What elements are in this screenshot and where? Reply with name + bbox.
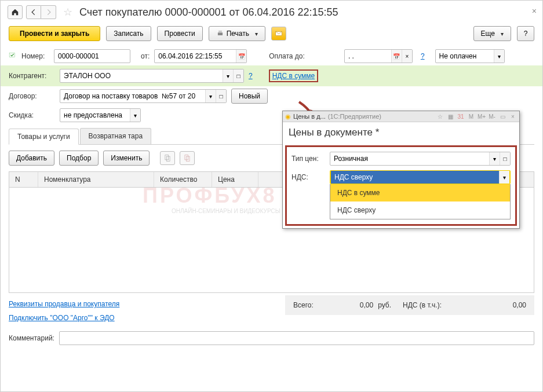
save-button[interactable]: Записать [106,26,151,41]
svg-rect-7 [187,156,190,161]
prices-popup: ◉ Цены в д... (1С:Предприятие) ☆ ▦ 31 M … [282,111,520,229]
mminus-icon[interactable]: M- [488,112,496,120]
vat-dropdown: НДС в сумме НДС сверху [330,184,511,219]
forward-button[interactable] [41,5,56,19]
contractor-input[interactable]: ▾□ [60,69,244,83]
contractor-help[interactable]: ? [249,72,253,80]
comment-input[interactable] [59,331,534,345]
popup-app: (1С:Предприятие) [328,113,381,120]
fav-icon[interactable]: ☆ [436,112,444,120]
vat-link[interactable]: НДС в сумме [272,72,315,80]
chevron-down-icon[interactable]: ▾ [499,171,509,184]
chevron-down-icon[interactable]: ▾ [223,69,233,82]
chevron-down-icon[interactable]: ▾ [489,152,500,165]
min-icon[interactable]: ▭ [498,112,506,120]
currency: руб. [378,301,391,309]
paydue-help[interactable]: ? [421,52,425,60]
chevron-down-icon[interactable]: ▾ [494,50,504,63]
comment-label: Комментарий: [9,334,54,342]
page-title: Счет покупателю 0000-000001 от 06.04.201… [79,6,338,19]
discount-select[interactable]: ▾ [60,108,141,122]
app-icon: ◉ [285,113,291,120]
number-label: Номер: [21,52,49,60]
dd-item-vat-ontop[interactable]: НДС сверху [330,202,510,219]
mark-icon [9,52,17,61]
new-contract-button[interactable]: Новый [231,89,268,104]
popup-wintitle: Цены в д... [293,113,326,120]
number-input[interactable] [54,49,130,63]
dd-item-vat-incl[interactable]: НДС в сумме [330,184,510,202]
date-input[interactable]: 📅 [154,49,247,63]
tab-goods[interactable]: Товары и услуги [9,129,79,145]
edo-link[interactable]: Подключить "ООО "Арго"" к ЭДО [9,314,119,322]
close-popup-icon[interactable]: × [509,112,517,120]
watermark-sub: ОНЛАЙН-СЕМИНАРЫ И ВИДЕОКУРСЫ 1С 8 [172,208,294,214]
vat-select[interactable]: ▾ [330,170,511,184]
popup-header: Цены в документе * [283,122,519,143]
requisites-link[interactable]: Реквизиты продавца и покупателя [9,300,119,308]
favorite-icon[interactable]: ☆ [63,6,72,19]
discount-label: Скидка: [9,111,55,119]
svg-rect-5 [167,156,170,161]
print-button[interactable]: Печать [209,26,265,41]
svg-rect-3 [9,53,14,57]
edit-button[interactable]: Изменить [103,151,150,166]
post-close-button[interactable]: Провести и закрыть [9,26,100,41]
col-qty: Количество [154,172,212,187]
paydue-label: Оплата до: [269,52,305,60]
mail-button[interactable] [271,27,286,41]
more-button[interactable]: Еще [473,26,511,41]
col-price: Цена [212,172,258,187]
help-button[interactable]: ? [517,26,534,41]
svg-rect-0 [218,32,223,35]
date-label: от: [141,52,150,60]
m-icon[interactable]: M [467,112,475,120]
total-value: 0,00 [360,301,373,309]
contractor-label: Контрагент: [9,72,55,80]
svg-rect-4 [165,155,169,160]
calc-icon[interactable]: ▦ [446,112,454,120]
open-icon[interactable]: □ [233,69,243,82]
tab-tara[interactable]: Возвратная тара [80,128,152,144]
popup-vat-label: НДС: [291,173,326,181]
paydue-input[interactable]: 📅× [344,49,413,63]
chevron-down-icon[interactable]: ▾ [205,90,216,102]
calendar-icon[interactable]: 📅 [236,50,246,63]
paste-icon[interactable] [180,151,195,165]
mplus-icon[interactable]: M+ [478,112,486,120]
pick-button[interactable]: Подбор [59,151,99,166]
total-label: Всего: [293,301,314,309]
post-button[interactable]: Провести [157,26,203,41]
svg-rect-1 [218,31,222,33]
chevron-down-icon[interactable]: ▾ [130,109,140,122]
svg-rect-6 [185,155,188,160]
col-item: Номенклатура [38,172,154,187]
open-icon[interactable]: □ [216,90,226,102]
col-n: N [9,172,38,187]
add-button[interactable]: Добавить [9,151,54,166]
close-icon[interactable]: × [532,6,537,16]
home-button[interactable] [8,5,23,19]
price-type-select[interactable]: ▾□ [330,152,511,166]
cal-icon[interactable]: 31 [457,112,465,120]
clear-icon[interactable]: × [402,50,412,63]
price-type-label: Тип цен: [291,155,326,163]
calendar-icon[interactable]: 📅 [391,50,402,63]
contract-input[interactable]: ▾□ [60,89,227,103]
contract-label: Договор: [9,92,55,100]
vat-value: 0,00 [513,301,526,309]
vat-label: НДС (в т.ч.): [403,301,442,309]
open-icon[interactable]: □ [500,152,510,165]
back-button[interactable] [26,5,41,19]
status-select[interactable]: ▾ [435,49,505,63]
copy-icon[interactable] [160,151,175,165]
